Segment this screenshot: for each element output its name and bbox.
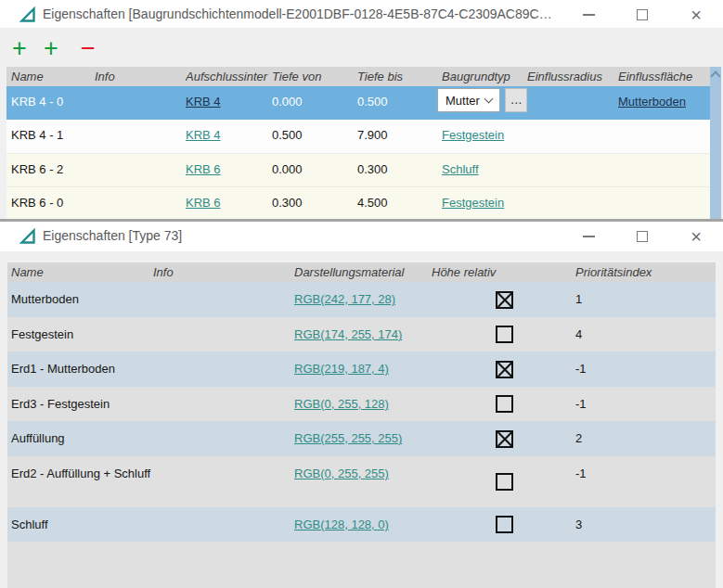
cell-tiefe-bis: 7.900 (357, 120, 442, 153)
cell-hoehe-relativ (432, 317, 575, 352)
cell-prioritaet: -1 (575, 352, 716, 387)
column-header-info[interactable]: Info (95, 70, 186, 83)
table-row[interactable]: Schluff RGB(128, 128, 0) 3 (7, 507, 716, 542)
cell-einflussflaeche (618, 120, 710, 153)
maximize-button[interactable] (615, 222, 669, 250)
column-header-einflussflaeche[interactable]: Einflussfläche (618, 70, 710, 83)
table-row[interactable]: Erd1 - Mutterboden RGB(219, 187, 4) -1 (7, 352, 716, 387)
column-header-einflussradius[interactable]: Einflussradius (527, 70, 618, 83)
material-link[interactable]: RGB(219, 187, 4) (294, 362, 389, 376)
hoehe-relativ-checkbox[interactable] (496, 473, 513, 491)
hoehe-relativ-checkbox[interactable] (496, 430, 513, 448)
baugrundtyp-link[interactable]: Festgestein (442, 128, 504, 142)
cell-info (153, 456, 294, 507)
hoehe-relativ-checkbox[interactable] (496, 291, 513, 309)
cell-name: Erd1 - Mutterboden (7, 352, 153, 387)
minimize-button[interactable] (562, 0, 615, 29)
baugrundtyp-dropdown[interactable]: Mutter (437, 88, 500, 112)
baugrundtyp-link[interactable]: Schluff (442, 162, 479, 176)
vertical-scrollbar[interactable] (710, 67, 721, 220)
close-icon: × (691, 227, 702, 246)
table-header-row: Name Info Darstellungsmaterial Höhe rela… (7, 262, 716, 282)
cell-info (95, 154, 186, 186)
dropdown-value: Mutter (438, 94, 485, 108)
cell-name: Schluff (7, 507, 153, 542)
close-button[interactable]: × (669, 222, 723, 250)
more-options-button[interactable]: … (505, 88, 527, 112)
hoehe-relativ-checkbox[interactable] (496, 395, 513, 413)
window-title: Eigenschaften [Baugrundschichtenmodell-E… (43, 6, 552, 21)
cell-info (95, 187, 186, 220)
cell-hoehe-relativ (432, 282, 575, 317)
maximize-button[interactable] (615, 0, 669, 29)
cell-aufschluss: KRB 4 (186, 120, 272, 153)
material-link[interactable]: RGB(174, 255, 174) (294, 327, 402, 341)
table-row[interactable]: Festgestein RGB(174, 255, 174) 4 (7, 317, 716, 352)
add-row-button[interactable]: + (7, 32, 32, 64)
table-row[interactable]: Mutterboden RGB(242, 177, 28) 1 (7, 282, 716, 317)
table-row[interactable]: KRB 6 - 0 KRB 6 0.300 4.500 Festgestein (6, 186, 710, 220)
cell-einflussradius (527, 187, 618, 220)
cell-info (153, 282, 294, 317)
cell-aufschluss: KRB 6 (186, 154, 272, 186)
hoehe-relativ-checkbox[interactable] (496, 516, 513, 533)
table-row[interactable]: KRB 6 - 2 KRB 6 0.000 0.300 Schluff (6, 153, 710, 186)
remove-row-button[interactable]: − (76, 32, 100, 64)
cell-name: KRB 4 - 0 (6, 86, 95, 120)
column-header-info[interactable]: Info (153, 265, 294, 279)
cell-info (95, 120, 186, 153)
cell-tiefe-bis: 0.500 (357, 86, 442, 120)
hoehe-relativ-checkbox[interactable] (496, 361, 513, 378)
cell-hoehe-relativ (432, 507, 575, 542)
table-row[interactable]: Auffüllung RGB(255, 255, 255) 2 (7, 421, 716, 456)
add-row-2-button[interactable]: + (39, 32, 63, 64)
cell-einflussflaeche: Mutterboden (618, 86, 710, 120)
cell-aufschluss: KRB 4 (186, 86, 272, 120)
cell-einflussflaeche (618, 154, 710, 186)
material-link[interactable]: RGB(0, 255, 255) (294, 467, 389, 480)
close-icon: × (691, 6, 702, 24)
window-title: Eigenschaften [Type 73] (43, 228, 182, 243)
cell-info (153, 387, 294, 421)
hoehe-relativ-checkbox[interactable] (496, 326, 513, 343)
aufschluss-link[interactable]: KRB 4 (186, 128, 221, 142)
material-link[interactable]: RGB(0, 255, 128) (294, 397, 389, 411)
minimize-button[interactable] (562, 222, 615, 250)
material-link[interactable]: RGB(128, 128, 0) (294, 518, 389, 531)
einflussflaeche-link[interactable]: Mutterboden (618, 95, 686, 109)
aufschluss-link[interactable]: KRB 6 (186, 162, 221, 176)
column-header-hoehe-relativ[interactable]: Höhe relativ (432, 265, 575, 279)
column-header-name[interactable]: Name (7, 265, 153, 279)
aufschluss-link[interactable]: KRB 4 (186, 95, 221, 109)
column-header-prioritaetsindex[interactable]: Prioritätsindex (575, 265, 716, 279)
app-logo-icon (19, 6, 36, 23)
column-header-name[interactable]: Name (6, 70, 95, 83)
column-header-aufschlussintervall[interactable]: Aufschlussinter (186, 70, 272, 83)
cell-info (153, 507, 294, 542)
window-controls: × (562, 222, 723, 250)
close-button[interactable]: × (669, 0, 723, 29)
cell-tiefe-von: 0.500 (272, 120, 357, 153)
table-row[interactable]: Erd3 - Festgestein RGB(0, 255, 128) -1 (7, 387, 716, 421)
aufschluss-link[interactable]: KRB 6 (186, 196, 221, 210)
cell-material: RGB(0, 255, 255) (294, 456, 432, 507)
cell-material: RGB(255, 255, 255) (294, 421, 432, 456)
column-header-tiefe-von[interactable]: Tiefe von (272, 70, 357, 83)
column-header-baugrundtyp[interactable]: Baugrundtyp (442, 70, 527, 83)
table-row-selected[interactable]: KRB 4 - 0 KRB 4 0.000 0.500 Mutter … Mut… (6, 86, 710, 120)
cell-info (153, 421, 294, 456)
cell-tiefe-von: 0.000 (272, 154, 357, 186)
cell-prioritaet: 4 (575, 317, 716, 352)
cell-baugrundtyp: Festgestein (442, 120, 527, 153)
column-header-tiefe-bis[interactable]: Tiefe bis (357, 70, 442, 83)
cell-name: KRB 4 - 1 (6, 120, 95, 153)
material-link[interactable]: RGB(255, 255, 255) (294, 431, 402, 445)
table-row[interactable]: KRB 4 - 1 KRB 4 0.500 7.900 Festgestein (6, 120, 710, 153)
column-header-darstellungsmaterial[interactable]: Darstellungsmaterial (294, 265, 432, 279)
cell-einflussradius (527, 120, 618, 153)
cell-aufschluss: KRB 6 (186, 187, 272, 220)
cell-baugrundtyp: Mutter … (442, 86, 527, 120)
material-link[interactable]: RGB(242, 177, 28) (294, 292, 395, 306)
baugrundtyp-link[interactable]: Festgestein (442, 196, 504, 210)
table-row[interactable]: Erd2 - Auffüllung + Schluff RGB(0, 255, … (7, 456, 716, 507)
